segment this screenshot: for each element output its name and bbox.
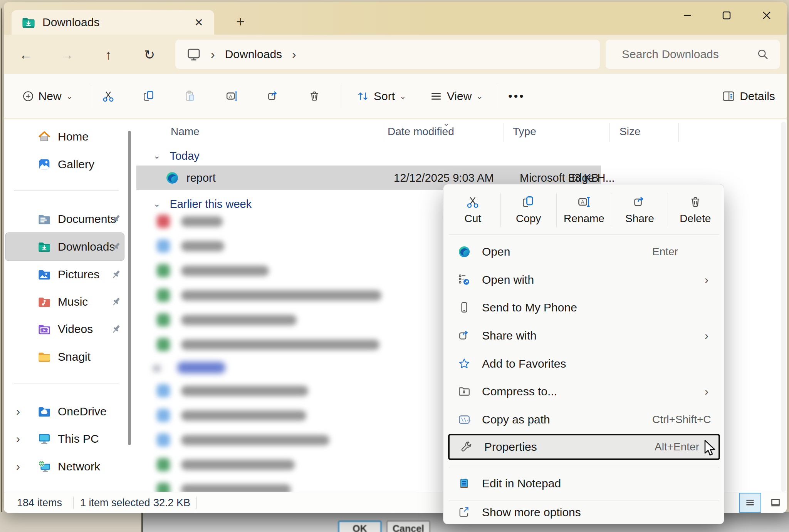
ok-button[interactable]: OK: [338, 520, 382, 532]
share-button[interactable]: [261, 74, 285, 119]
sidebar-item-home[interactable]: Home: [5, 123, 124, 151]
chevron-right-icon[interactable]: ›: [16, 405, 20, 418]
column-header-size[interactable]: Size: [619, 120, 640, 143]
breadcrumb[interactable]: › Downloads ›: [175, 40, 600, 69]
menu-item-edit-in-notepad[interactable]: Edit in Notepad: [447, 470, 721, 497]
new-button[interactable]: New ⌄: [15, 74, 80, 119]
more-options-button[interactable]: •••: [503, 74, 530, 119]
chevron-down-icon[interactable]: ⌄: [153, 199, 160, 209]
forward-button[interactable]: →: [59, 46, 76, 63]
sidebar-item-downloads[interactable]: Downloads: [5, 233, 124, 261]
menu-item-compress-to[interactable]: Compress to... ›: [447, 378, 721, 405]
menu-divider: [449, 467, 719, 467]
copy-menu-button[interactable]: Copy: [500, 187, 556, 233]
cut-button[interactable]: [96, 74, 121, 119]
pin-icon: [110, 241, 122, 253]
open-with-icon: [458, 274, 470, 286]
menu-item-open-with[interactable]: Open with ›: [447, 266, 721, 294]
icons-view-toggle[interactable]: [764, 493, 787, 513]
view-button[interactable]: View ⌄: [421, 74, 492, 119]
star-icon: [458, 358, 470, 370]
file-name-blurred: [181, 315, 297, 325]
sidebar-item-videos[interactable]: Videos: [5, 315, 124, 343]
window-close-button[interactable]: [755, 5, 778, 25]
sidebar-item-gallery[interactable]: Gallery: [5, 151, 124, 178]
menu-item-open[interactable]: Open Enter: [447, 238, 721, 266]
search-input[interactable]: Search Downloads: [606, 40, 780, 69]
share-menu-button[interactable]: Share: [612, 187, 667, 233]
rename-button[interactable]: A: [220, 74, 244, 119]
toolbar-separator: [91, 85, 91, 108]
sidebar-divider: [14, 383, 119, 383]
sidebar-item-music[interactable]: Music: [5, 288, 124, 316]
group-label: Today: [170, 150, 199, 162]
file-icon-blurred: [157, 264, 170, 277]
chevron-down-icon[interactable]: ⌄: [153, 151, 160, 161]
file-icon-blurred: [157, 384, 170, 397]
menu-item-copy-as-path[interactable]: \\.. Copy as path Ctrl+Shift+C: [447, 406, 721, 433]
menu-shortcut: Alt+Enter: [655, 441, 699, 453]
wrench-icon: [460, 441, 473, 453]
sort-button[interactable]: Sort ⌄: [347, 74, 416, 119]
sidebar-item-documents[interactable]: Documents: [5, 205, 124, 233]
downloads-folder-icon: [38, 240, 51, 253]
sidebar-label: Videos: [58, 323, 93, 336]
details-label: Details: [740, 90, 775, 103]
column-divider[interactable]: [504, 123, 504, 142]
tab-downloads[interactable]: Downloads ✕: [12, 10, 214, 35]
show-more-options-icon: [458, 506, 470, 519]
chevron-right-icon[interactable]: ›: [16, 432, 20, 445]
minimize-button[interactable]: [676, 5, 698, 25]
back-button[interactable]: ←: [17, 46, 34, 63]
cancel-button[interactable]: Cancel: [386, 520, 430, 532]
sidebar-item-pictures[interactable]: Pictures: [5, 261, 124, 288]
group-label: Earlier this week: [170, 198, 252, 211]
sidebar-item-this-pc[interactable]: › This PC: [5, 425, 124, 453]
rename-menu-button[interactable]: A Rename: [556, 187, 612, 233]
file-name-blurred: [181, 290, 381, 301]
sidebar-label: Music: [58, 295, 88, 308]
menu-item-show-more-options[interactable]: Show more options: [447, 499, 721, 526]
menu-item-add-to-favorites[interactable]: Add to Favorites: [447, 350, 721, 378]
column-header-type[interactable]: Type: [513, 120, 536, 143]
delete-button[interactable]: [302, 74, 327, 119]
sidebar-item-onedrive[interactable]: › OneDrive: [5, 398, 124, 425]
refresh-button[interactable]: ↻: [141, 46, 158, 63]
pin-icon: [110, 323, 122, 335]
file-list-scrollbar[interactable]: [781, 122, 786, 492]
group-header-blurred[interactable]: [135, 361, 289, 376]
sidebar-label: Downloads: [58, 240, 115, 253]
breadcrumb-item-downloads[interactable]: Downloads: [225, 48, 282, 61]
cut-menu-button[interactable]: Cut: [445, 187, 500, 233]
file-icon-blurred: [157, 289, 170, 302]
column-header-date-modified[interactable]: Date modified: [388, 120, 454, 143]
pin-icon: [110, 213, 122, 225]
menu-item-properties[interactable]: Properties Alt+Enter: [448, 434, 720, 460]
menu-item-send-to-my-phone[interactable]: Send to My Phone: [447, 294, 721, 321]
tab-close-icon[interactable]: ✕: [192, 15, 206, 29]
column-divider[interactable]: [609, 123, 610, 142]
status-separator: [73, 497, 74, 509]
new-tab-button[interactable]: +: [232, 13, 249, 30]
column-header-name[interactable]: Name: [171, 120, 200, 143]
plus-circle-icon: [22, 90, 34, 102]
column-divider[interactable]: [678, 123, 679, 142]
details-view-toggle[interactable]: [739, 493, 761, 513]
file-icon-blurred: [157, 409, 170, 422]
up-button[interactable]: ↑: [100, 46, 117, 63]
chevron-right-icon[interactable]: ›: [16, 460, 20, 473]
menu-item-share-with[interactable]: Share with ›: [447, 322, 721, 350]
copy-icon: [522, 196, 535, 209]
column-divider[interactable]: [383, 123, 383, 142]
search-icon[interactable]: [757, 48, 769, 60]
details-pane-button[interactable]: Details: [716, 74, 781, 119]
group-header-today[interactable]: ⌄ Today: [153, 147, 200, 165]
delete-menu-button[interactable]: Delete: [668, 187, 723, 233]
copy-button[interactable]: [137, 74, 161, 119]
maximize-button[interactable]: [715, 5, 738, 25]
sidebar-scrollbar[interactable]: [128, 131, 131, 445]
sidebar-item-network[interactable]: › Network: [5, 453, 124, 480]
sidebar-item-snagit[interactable]: Snagit: [5, 343, 124, 371]
paste-button[interactable]: [178, 74, 203, 119]
this-pc-monitor-icon[interactable]: [187, 47, 201, 61]
